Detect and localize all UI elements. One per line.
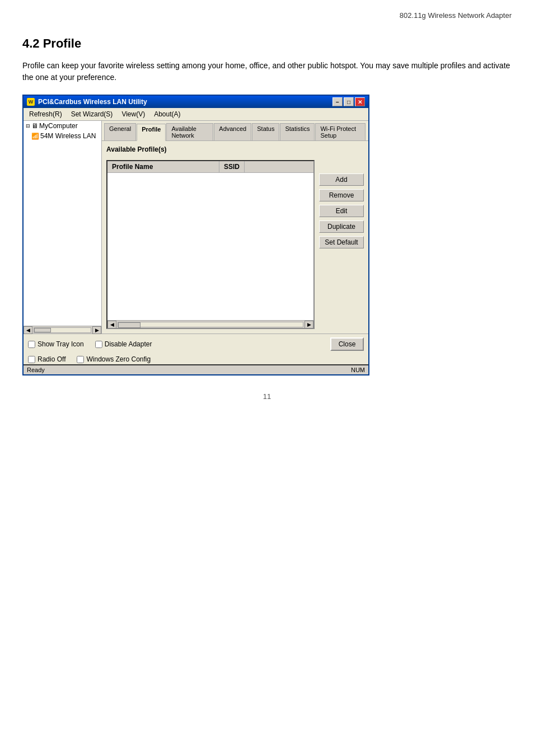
close-button[interactable]: Close bbox=[330, 337, 364, 351]
radio-off-checkbox[interactable]: Radio Off bbox=[28, 355, 65, 363]
menu-view[interactable]: View(V) bbox=[118, 109, 148, 119]
tab-general[interactable]: General bbox=[104, 123, 136, 140]
col-ssid: SSID bbox=[219, 161, 245, 172]
tab-wifi-protect[interactable]: Wi-Fi Protect Setup bbox=[315, 123, 366, 140]
sidebar-tree: ⊟ 🖥 MyComputer 📶 54M Wireless LAN bbox=[24, 121, 101, 326]
page-number: 11 bbox=[22, 392, 512, 401]
col-profile-name: Profile Name bbox=[107, 161, 219, 172]
tab-advanced[interactable]: Advanced bbox=[214, 123, 251, 140]
menu-refresh[interactable]: Refresh(R) bbox=[26, 109, 65, 119]
profile-section-label: Available Profile(s) bbox=[106, 145, 364, 153]
main-content: ⊟ 🖥 MyComputer 📶 54M Wireless LAN ◀ ▶ bbox=[24, 121, 368, 334]
computer-icon: 🖥 bbox=[31, 122, 38, 130]
table-scrollbar: ◀ ▶ bbox=[107, 320, 313, 328]
profile-side-buttons: Add Remove Edit Duplicate Set Default bbox=[319, 160, 364, 329]
sidebar-scroll-thumb bbox=[34, 328, 51, 332]
minimize-button[interactable]: − bbox=[332, 97, 343, 106]
application-window: W PCI&Cardbus Wireless LAN Utility − □ ✕… bbox=[22, 95, 369, 375]
tab-profile[interactable]: Profile bbox=[137, 124, 166, 141]
expand-icon: ⊟ bbox=[26, 123, 30, 129]
tab-status[interactable]: Status bbox=[252, 123, 279, 140]
tab-available-network[interactable]: Available Network bbox=[166, 123, 213, 140]
disable-adapter-label: Disable Adapter bbox=[105, 340, 152, 348]
section-title: 4.2 Profile bbox=[22, 36, 512, 51]
profile-panel: Available Profile(s) Profile Name SSID ◀ bbox=[102, 141, 368, 334]
table-scroll-left[interactable]: ◀ bbox=[107, 321, 116, 328]
sidebar-scrollbar: ◀ ▶ bbox=[24, 326, 101, 334]
device-label: 802.11g Wireless Network Adapter bbox=[22, 11, 512, 20]
disable-adapter-checkbox[interactable]: Disable Adapter bbox=[95, 340, 152, 348]
show-tray-checkbox[interactable]: Show Tray Icon bbox=[28, 340, 84, 348]
bottom-bar-row2: Radio Off Windows Zero Config bbox=[24, 354, 368, 364]
status-bar: Ready NUM bbox=[24, 364, 368, 374]
right-panel: General Profile Available Network Advanc… bbox=[102, 121, 368, 334]
menu-about[interactable]: About(A) bbox=[151, 109, 184, 119]
title-bar: W PCI&Cardbus Wireless LAN Utility − □ ✕ bbox=[24, 96, 368, 108]
wireless-icon: 📶 bbox=[31, 133, 39, 140]
set-default-button[interactable]: Set Default bbox=[319, 236, 364, 248]
wireless-label: 54M Wireless LAN bbox=[40, 132, 96, 140]
duplicate-button[interactable]: Duplicate bbox=[319, 220, 364, 233]
windows-zero-config-input[interactable] bbox=[77, 356, 84, 363]
profile-table-body bbox=[107, 173, 313, 320]
window-title: PCI&Cardbus Wireless LAN Utility bbox=[38, 98, 147, 106]
profile-area: Profile Name SSID ◀ ▶ bbox=[106, 160, 364, 329]
table-scroll-right[interactable]: ▶ bbox=[305, 321, 313, 328]
mycomputer-label: MyComputer bbox=[39, 122, 78, 130]
show-tray-label: Show Tray Icon bbox=[38, 340, 84, 348]
sidebar-scroll-left[interactable]: ◀ bbox=[24, 326, 32, 334]
menu-bar: Refresh(R) Set Wizard(S) View(V) About(A… bbox=[24, 108, 368, 121]
section-description: Profile can keep your favorite wireless … bbox=[22, 60, 512, 83]
menu-set-wizard[interactable]: Set Wizard(S) bbox=[68, 109, 116, 119]
tab-statistics[interactable]: Statistics bbox=[280, 123, 315, 140]
add-button[interactable]: Add bbox=[319, 173, 364, 186]
tab-bar: General Profile Available Network Advanc… bbox=[102, 121, 368, 141]
windows-zero-config-label: Windows Zero Config bbox=[86, 355, 151, 363]
edit-button[interactable]: Edit bbox=[319, 205, 364, 217]
disable-adapter-input[interactable] bbox=[95, 341, 102, 348]
sidebar-scroll-right[interactable]: ▶ bbox=[92, 326, 101, 334]
radio-off-input[interactable] bbox=[28, 356, 35, 363]
sidebar-item-mycomputer[interactable]: ⊟ 🖥 MyComputer bbox=[24, 121, 101, 131]
sidebar: ⊟ 🖥 MyComputer 📶 54M Wireless LAN ◀ ▶ bbox=[24, 121, 102, 334]
remove-button[interactable]: Remove bbox=[319, 189, 364, 201]
windows-zero-config-checkbox[interactable]: Windows Zero Config bbox=[77, 355, 151, 363]
radio-off-label: Radio Off bbox=[38, 355, 65, 363]
bottom-bar: Show Tray Icon Disable Adapter Close bbox=[24, 334, 368, 354]
app-icon: W bbox=[27, 98, 35, 106]
profile-table-header: Profile Name SSID bbox=[107, 161, 313, 173]
window-controls: − □ ✕ bbox=[332, 97, 365, 106]
table-scroll-track bbox=[118, 322, 303, 327]
sidebar-scroll-track bbox=[34, 327, 91, 333]
sidebar-item-wireless[interactable]: 📶 54M Wireless LAN bbox=[24, 131, 101, 141]
num-indicator: NUM bbox=[351, 367, 365, 373]
maximize-button[interactable]: □ bbox=[344, 97, 354, 106]
show-tray-input[interactable] bbox=[28, 341, 35, 348]
status-text: Ready bbox=[27, 367, 45, 373]
close-window-button[interactable]: ✕ bbox=[355, 97, 365, 106]
profile-table-container: Profile Name SSID ◀ ▶ bbox=[106, 160, 315, 329]
table-scroll-thumb bbox=[118, 322, 140, 328]
title-bar-left: W PCI&Cardbus Wireless LAN Utility bbox=[27, 98, 147, 106]
